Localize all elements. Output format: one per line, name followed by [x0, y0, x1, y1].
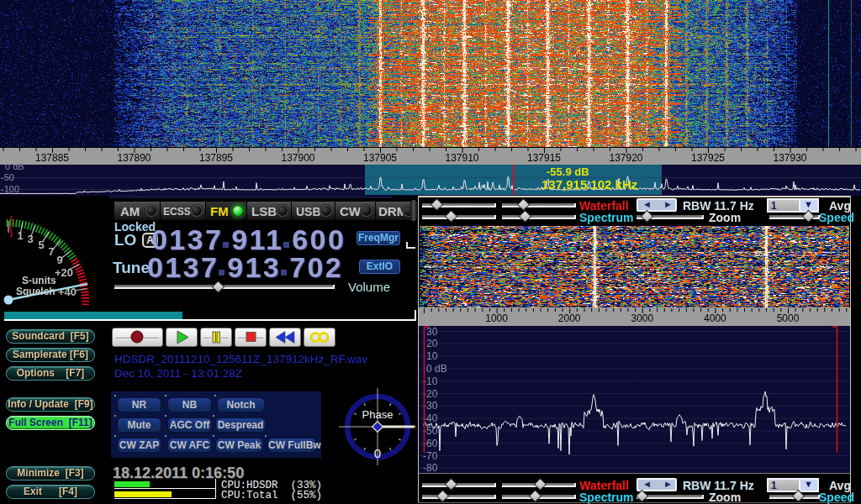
svg-text:9: 9 — [56, 254, 62, 266]
svg-text:Phase: Phase — [362, 408, 394, 421]
svg-text:1: 1 — [17, 229, 23, 242]
svg-text:7: 7 — [48, 245, 54, 258]
svg-text:0: 0 — [374, 446, 381, 460]
svg-text:+20: +20 — [55, 266, 73, 279]
svg-text:3: 3 — [27, 233, 33, 245]
svg-text:5: 5 — [38, 239, 44, 251]
